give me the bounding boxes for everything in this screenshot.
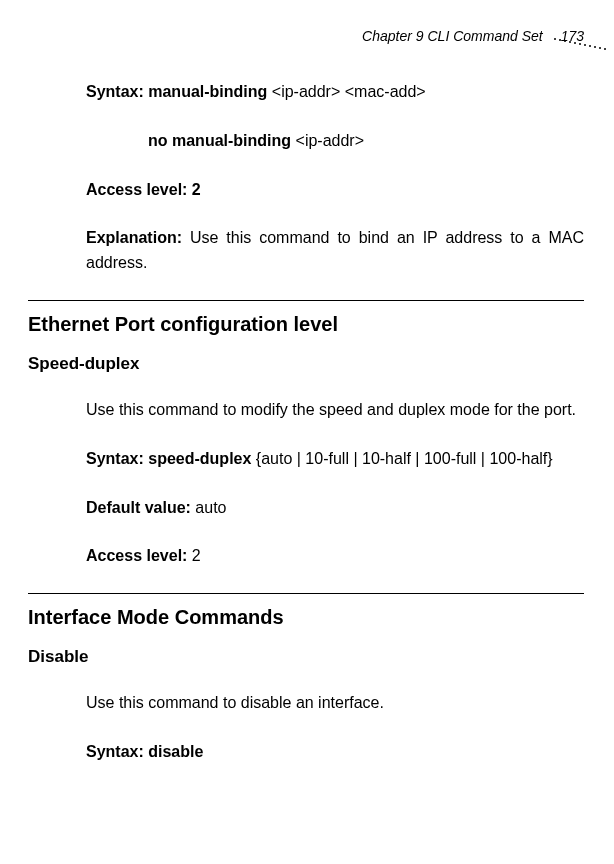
section-interface-title: Interface Mode Commands xyxy=(28,606,584,629)
syntax-label: Syntax: manual-binding xyxy=(86,83,267,100)
speed-duplex-heading: Speed-duplex xyxy=(28,354,584,374)
no-form-label: no manual-binding xyxy=(148,132,291,149)
chapter-label: Chapter 9 CLI Command Set xyxy=(362,28,543,44)
default-label: Default value: xyxy=(86,499,191,516)
manual-binding-syntax: Syntax: manual-binding <ip-addr> <mac-ad… xyxy=(86,80,584,105)
manual-binding-access: Access level: 2 xyxy=(86,178,584,203)
speed-duplex-access: Access level: 2 xyxy=(86,544,584,569)
syntax-label: Syntax: disable xyxy=(86,743,203,760)
syntax-args: {auto | 10-full | 10-half | 100-full | 1… xyxy=(251,450,552,467)
default-value: auto xyxy=(191,499,227,516)
disable-syntax: Syntax: disable xyxy=(86,740,584,765)
page-header: Chapter 9 CLI Command Set 173 xyxy=(362,28,584,44)
no-form-args: <ip-addr> xyxy=(291,132,364,149)
speed-duplex-syntax: Syntax: speed-duplex {auto | 10-full | 1… xyxy=(86,447,584,472)
section-divider xyxy=(28,593,584,594)
syntax-args: <ip-addr> <mac-add> xyxy=(267,83,425,100)
manual-binding-block: Syntax: manual-binding <ip-addr> <mac-ad… xyxy=(86,80,584,276)
section-ethernet-title: Ethernet Port configuration level xyxy=(28,313,584,336)
speed-duplex-block: Use this command to modify the speed and… xyxy=(86,398,584,569)
manual-binding-explanation: Explanation: Use this command to bind an… xyxy=(86,226,584,276)
header-dotted-decoration xyxy=(554,38,609,50)
disable-block: Use this command to disable an interface… xyxy=(86,691,584,765)
access-level-value: 2 xyxy=(187,547,200,564)
speed-duplex-default: Default value: auto xyxy=(86,496,584,521)
speed-duplex-description: Use this command to modify the speed and… xyxy=(86,398,584,423)
section-divider xyxy=(28,300,584,301)
syntax-label: Syntax: speed-duplex xyxy=(86,450,251,467)
disable-description: Use this command to disable an interface… xyxy=(86,691,584,716)
access-level-label: Access level: xyxy=(86,547,187,564)
page-content: Syntax: manual-binding <ip-addr> <mac-ad… xyxy=(28,80,584,789)
manual-binding-no-form: no manual-binding <ip-addr> xyxy=(148,129,584,154)
access-level-label: Access level: 2 xyxy=(86,181,201,198)
explanation-label: Explanation: xyxy=(86,229,182,246)
disable-heading: Disable xyxy=(28,647,584,667)
